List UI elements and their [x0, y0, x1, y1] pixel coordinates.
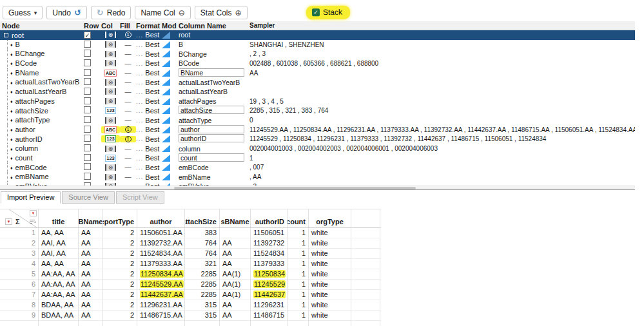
format-ellipsis-button[interactable]: ... — [136, 32, 143, 39]
tab-script-view[interactable]: Script View — [116, 191, 164, 204]
format-ellipsis-button[interactable]: ... — [136, 164, 143, 171]
column-type-icon[interactable]: ⊗ — [105, 164, 116, 171]
tree-node-row[interactable]: ♦authorID1231...BestauthorID11245529 , 1… — [0, 135, 635, 144]
filter-icon[interactable]: ▼ — [30, 210, 37, 216]
row-checkbox[interactable] — [84, 97, 91, 104]
column-name-value[interactable]: attachSize — [179, 106, 244, 114]
tree-node-row[interactable]: ♦count123—...Bestcount1 — [0, 153, 635, 163]
expander-icon[interactable] — [4, 33, 8, 37]
redo-button[interactable]: ↻ Redo — [91, 6, 132, 19]
row-checkbox[interactable] — [84, 41, 91, 48]
row-checkbox[interactable] — [84, 163, 91, 170]
fill-indicator[interactable]: — — [125, 60, 132, 67]
fill-indicator[interactable]: — — [125, 164, 132, 171]
column-name-value[interactable]: BName — [179, 68, 244, 77]
row-checkbox[interactable] — [84, 126, 91, 133]
undo-button[interactable]: Undo ↺ — [46, 6, 87, 19]
format-ellipsis-button[interactable]: ... — [136, 173, 143, 180]
format-ellipsis-button[interactable]: ... — [136, 50, 143, 57]
column-type-icon[interactable]: ⊗ — [105, 146, 116, 152]
filter-icon[interactable]: ▼ — [5, 218, 12, 225]
column-name-value[interactable]: count — [179, 153, 244, 162]
fill-indicator[interactable]: 1 — [125, 126, 132, 133]
column-type-icon[interactable]: ⊗ — [105, 98, 116, 104]
format-ellipsis-button[interactable]: ... — [136, 60, 143, 67]
fill-indicator[interactable]: — — [125, 155, 132, 162]
format-ellipsis-button[interactable]: ... — [136, 135, 143, 142]
format-ellipsis-button[interactable]: ... — [136, 98, 143, 105]
format-ellipsis-button[interactable]: ... — [136, 41, 143, 48]
format-ellipsis-button[interactable]: ... — [136, 79, 143, 86]
tab-import-preview[interactable]: Import Preview — [1, 191, 61, 204]
tree-node-row[interactable]: root✓⊗1...Bestroot — [0, 30, 635, 40]
tree-node-row[interactable]: ♦BNameABC—...BestBNameAA — [0, 68, 635, 78]
format-ellipsis-button[interactable]: ... — [136, 88, 143, 95]
fill-indicator[interactable]: — — [125, 70, 132, 77]
name-col-button[interactable]: Name Col ⊖ — [135, 6, 190, 19]
column-type-icon[interactable]: ⊗ — [105, 41, 116, 48]
column-type-icon[interactable]: ABC — [104, 70, 117, 77]
fill-indicator[interactable]: — — [125, 79, 132, 86]
column-type-icon[interactable]: 123 — [105, 107, 116, 114]
format-ellipsis-button[interactable]: ... — [136, 145, 143, 152]
tree-node-row[interactable]: ♦BChange⊗—...BestBChange, 2 , 3 — [0, 49, 635, 59]
sort-icon[interactable] — [30, 218, 36, 225]
tree-node-row[interactable]: ♦authorABC1...Bestauthor11245529.AA , 11… — [0, 125, 635, 135]
row-checkbox[interactable] — [84, 50, 91, 57]
sigma-icon[interactable]: Σ — [15, 218, 20, 225]
row-checkbox[interactable]: ✓ — [84, 32, 91, 39]
fill-indicator[interactable]: — — [125, 173, 132, 180]
fill-indicator[interactable]: — — [125, 50, 132, 57]
tree-node-row[interactable]: ♦emBCode⊗—...BestemBCode, 007 — [0, 163, 635, 173]
format-ellipsis-button[interactable]: ... — [136, 117, 143, 124]
tree-node-row[interactable]: ♦B⊗—...BestBSHANGHAI , SHENZHEN — [0, 40, 635, 50]
format-ellipsis-button[interactable]: ... — [136, 107, 143, 114]
column-type-icon[interactable]: ⊗ — [105, 88, 116, 95]
tree-node-row[interactable]: ♦attachType⊗—...BestattachType0 — [0, 115, 635, 125]
row-checkbox[interactable] — [84, 116, 91, 123]
fill-indicator[interactable]: — — [125, 107, 132, 114]
tree-node-row[interactable]: ♦attachSize123—...BestattachSize2285 , 3… — [0, 106, 635, 116]
fill-indicator[interactable]: — — [125, 41, 132, 48]
tree-node-row[interactable]: ♦actualLastYearB⊗—...BestactualLastYearB — [0, 87, 635, 97]
column-type-icon[interactable]: 123 — [105, 135, 116, 142]
format-ellipsis-button[interactable]: ... — [136, 155, 143, 162]
column-name-value[interactable]: author — [179, 125, 244, 133]
tree-node-row[interactable]: ♦column⊗—...Bestcolumn002004001003 , 002… — [0, 144, 635, 153]
column-type-icon[interactable]: ⊗ — [105, 117, 116, 124]
stack-toggle[interactable]: ✓ Stack — [306, 6, 349, 20]
format-ellipsis-button[interactable]: ... — [136, 126, 143, 133]
tree-node-row[interactable]: ♦BCode⊗—...BestBCode002488 , 601038 , 60… — [0, 59, 635, 68]
fill-indicator[interactable]: 1 — [125, 32, 132, 38]
guess-button[interactable]: Guess ▾ — [3, 6, 43, 19]
fill-indicator[interactable]: — — [125, 98, 132, 105]
column-type-icon[interactable]: ⊗ — [105, 174, 116, 180]
column-type-icon[interactable]: ⊗ — [105, 51, 116, 57]
row-checkbox[interactable] — [84, 154, 91, 161]
column-type-icon[interactable]: ⊗ — [105, 60, 116, 66]
row-checkbox[interactable] — [84, 69, 91, 76]
column-type-icon[interactable]: 123 — [105, 155, 116, 162]
row-checkbox[interactable] — [84, 106, 91, 113]
column-type-icon[interactable]: ⊗ — [105, 79, 116, 86]
scrollbar-thumb[interactable] — [174, 187, 416, 189]
tab-source-view[interactable]: Source View — [62, 191, 115, 204]
row-checkbox[interactable] — [84, 88, 91, 95]
format-ellipsis-button[interactable]: ... — [136, 70, 143, 77]
row-checkbox[interactable] — [84, 144, 91, 151]
row-checkbox[interactable] — [84, 135, 91, 142]
column-type-icon[interactable]: ABC — [104, 126, 117, 133]
tree-node-row[interactable]: ♦attachPages⊗—...BestattachPages19 , 3 ,… — [0, 97, 635, 106]
fill-indicator[interactable]: — — [125, 117, 132, 124]
row-checkbox[interactable] — [84, 173, 91, 180]
fill-indicator[interactable]: — — [125, 145, 132, 152]
stack-checkbox[interactable]: ✓ — [312, 8, 320, 16]
fill-indicator[interactable]: 1 — [125, 136, 132, 142]
column-name-value[interactable]: authorID — [179, 134, 244, 142]
fill-indicator[interactable]: — — [125, 88, 132, 95]
column-type-icon[interactable]: ⊗ — [105, 32, 116, 38]
horizontal-scrollbar[interactable] — [0, 186, 635, 190]
tree-node-row[interactable]: ♦emBName⊗—...BestemBName, AA — [0, 172, 635, 182]
row-checkbox[interactable] — [84, 59, 91, 66]
tree-node-row[interactable]: ♦actualLastTwoYearB⊗—...BestactualLastTw… — [0, 77, 635, 87]
